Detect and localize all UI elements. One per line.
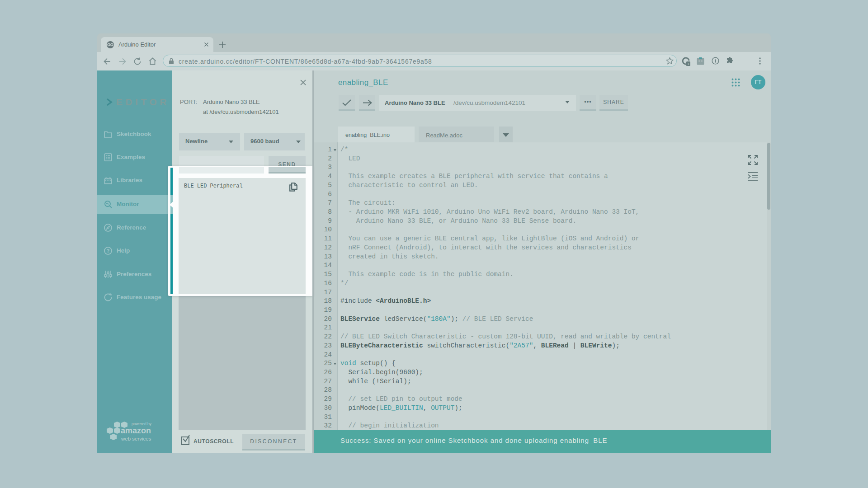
svg-text:1: 1 [687,62,689,66]
svg-text:?: ? [107,248,110,253]
